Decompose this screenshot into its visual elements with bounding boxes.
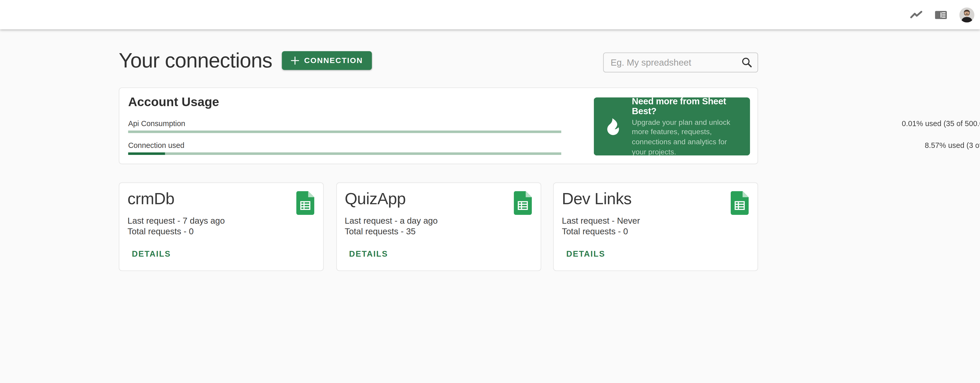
user-avatar[interactable] — [959, 7, 975, 22]
connection-used-progress-fill — [128, 152, 165, 155]
app-viewport: Your connections CONNECTION Account Usag… — [0, 0, 980, 383]
docs-button[interactable] — [935, 10, 947, 19]
connection-name: QuizApp — [345, 189, 406, 209]
account-usage-title: Account Usage — [128, 95, 219, 109]
promo-text: Need more from Sheet Best? Upgrade your … — [632, 97, 741, 156]
connection-used-progressbar — [128, 152, 561, 155]
add-connection-button[interactable]: CONNECTION — [282, 51, 372, 70]
user-avatar-photo — [959, 7, 975, 22]
page-title: Your connections — [119, 49, 272, 72]
appbar — [0, 0, 980, 29]
last-request-text: Last request - 7 days ago — [127, 215, 225, 226]
flame-icon — [604, 116, 622, 137]
last-request-text: Last request - a day ago — [345, 215, 438, 226]
connection-used-label: Connection used — [128, 141, 185, 150]
details-button[interactable]: DETAILS — [349, 249, 388, 259]
search-input[interactable] — [611, 57, 741, 67]
google-sheets-icon — [513, 191, 531, 215]
connection-card: QuizApp Last request - a day ago Total r… — [336, 183, 541, 271]
reader-card-icon — [935, 10, 947, 19]
connection-meta: Last request - Never Total requests - 0 — [562, 215, 640, 237]
add-connection-label: CONNECTION — [304, 56, 363, 65]
connection-name: crmDb — [127, 189, 175, 209]
total-requests-text: Total requests - 0 — [127, 226, 225, 237]
connections-grid: crmDb Last request - 7 days ago Total re… — [119, 183, 758, 271]
total-requests-text: Total requests - 35 — [345, 226, 438, 237]
details-button[interactable]: DETAILS — [566, 249, 605, 259]
upgrade-promo-card[interactable]: Need more from Sheet Best? Upgrade your … — [594, 97, 750, 156]
promo-body: Upgrade your plan and unlock more featur… — [632, 118, 741, 156]
appbar-actions — [910, 0, 974, 29]
connection-name: Dev Links — [562, 189, 632, 209]
connection-meta: Last request - a day ago Total requests … — [345, 215, 438, 237]
trending-line-icon — [910, 11, 922, 19]
api-consumption-label: Api Consumption — [128, 119, 185, 128]
total-requests-text: Total requests - 0 — [562, 226, 640, 237]
api-consumption-progressbar — [128, 130, 561, 133]
google-sheets-icon — [296, 191, 315, 215]
search-box — [603, 52, 758, 72]
google-sheets-icon — [731, 191, 749, 215]
connection-card: Dev Links Last request - Never Total req… — [553, 183, 758, 271]
plus-icon — [290, 56, 299, 65]
main-content: Your connections CONNECTION Account Usag… — [119, 29, 758, 383]
search-icon[interactable] — [741, 57, 752, 68]
page-head: Your connections CONNECTION — [119, 49, 372, 72]
connection-card: crmDb Last request - 7 days ago Total re… — [119, 183, 323, 271]
analytics-button[interactable] — [910, 11, 922, 19]
connection-meta: Last request - 7 days ago Total requests… — [127, 215, 225, 237]
details-button[interactable]: DETAILS — [132, 249, 171, 259]
account-usage-card: Account Usage Api Consumption 0.01% used… — [119, 87, 758, 164]
promo-title: Need more from Sheet Best? — [632, 97, 741, 116]
last-request-text: Last request - Never — [562, 215, 640, 226]
